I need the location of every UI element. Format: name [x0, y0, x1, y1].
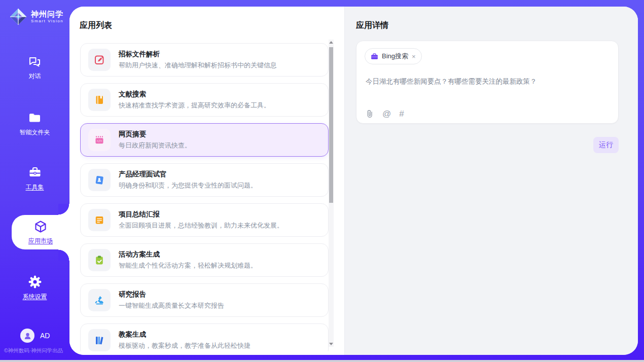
app-card-title: 招标文件解析	[119, 50, 277, 58]
icon-box	[88, 49, 111, 71]
gear-icon	[28, 275, 42, 289]
app-card-title: 教案生成	[119, 331, 251, 339]
close-icon[interactable]: ×	[412, 53, 416, 60]
icon-box	[88, 89, 111, 111]
app-card-lesson-plan[interactable]: 教案生成 模板驱动，教案秒成，教学准备从此轻松快捷	[80, 323, 329, 351]
tool-tag-bing-search[interactable]: Bing搜索 ×	[365, 48, 422, 64]
paperclip-icon[interactable]	[365, 109, 374, 118]
scroll-up-arrow-icon[interactable]	[329, 41, 333, 44]
sidebar-item-smart-folder[interactable]: 智能文件夹	[0, 111, 69, 137]
avatar	[20, 329, 34, 343]
microscope-icon	[94, 295, 105, 306]
resume-icon	[94, 174, 105, 186]
person-icon	[23, 332, 32, 340]
app-card-title: 网页摘要	[119, 130, 191, 138]
sidebar-item-label: 对话	[29, 72, 41, 81]
bottom-strip	[0, 360, 644, 362]
at-icon[interactable]: @	[382, 110, 391, 118]
app-card-title: 项目总结汇报	[119, 210, 283, 219]
prompt-card: Bing搜索 × 今日湖北有哪些新闻要点？有哪些需要关注的最新政策？ @ #	[356, 41, 619, 124]
app-card-desc: 全面回顾项目进展，总结经验教训，助力未来优化发展。	[119, 222, 283, 230]
sidebar-item-label: 工具集	[26, 183, 44, 192]
sidebar-item-label: 智能文件夹	[20, 128, 50, 137]
app-card-web-summary[interactable]: </> 网页摘要 每日政府新闻资讯快查。	[80, 123, 329, 157]
book-icon	[94, 94, 105, 105]
run-button[interactable]: 运行	[593, 137, 619, 153]
app-card-list: 招标文件解析 帮助用户快速、准确地理解和解析招标书中的关键信息 文献搜索	[80, 43, 329, 351]
app-card-title: 研究报告	[119, 291, 224, 299]
toolbox-icon	[28, 165, 42, 179]
svg-text:</>: </>	[97, 139, 102, 142]
app-card-pm-interviewer[interactable]: 产品经理面试官 明确身份和职责，为您提供专业性的面试问题。	[80, 163, 329, 197]
cube-icon	[33, 220, 48, 235]
bubble-fillet-top	[58, 204, 69, 215]
icon-box: </>	[88, 129, 111, 151]
books-icon	[94, 335, 105, 346]
hash-icon[interactable]: #	[399, 110, 404, 118]
edit-square-icon	[94, 54, 105, 65]
bubble-fillet-bottom	[58, 249, 69, 261]
icon-box	[88, 209, 111, 231]
chat-icon	[28, 55, 42, 68]
browser-code-icon: </>	[94, 134, 105, 146]
app-card-literature-search[interactable]: 文献搜索 快速精准查找学术资源，提高研究效率的必备工具。	[80, 83, 329, 117]
briefcase-icon	[371, 53, 378, 60]
app-card-desc: 一键智能生成高质量长文本研究报告	[119, 302, 224, 310]
folder-icon	[28, 111, 42, 125]
app-card-desc: 快速精准查找学术资源，提高研究效率的必备工具。	[119, 101, 270, 110]
app-card-desc: 帮助用户快速、准确地理解和解析招标书中的关键信息	[119, 61, 277, 69]
clipboard-check-icon	[94, 255, 105, 266]
icon-box	[88, 329, 111, 351]
sidebar-item-chat[interactable]: 对话	[0, 55, 69, 81]
sidebar: 神州问学 Smart Vision 对话 智能文件夹	[0, 0, 69, 360]
app-card-desc: 每日政府新闻资讯快查。	[119, 141, 191, 150]
app-card-desc: 智能生成个性化活动方案，轻松解决规划难题。	[119, 262, 257, 270]
user-account[interactable]: AD	[20, 329, 50, 343]
summary-doc-icon	[94, 214, 105, 226]
user-name: AD	[40, 332, 50, 340]
app-details-panel: 应用详情 Bing搜索 × 今日湖北有哪些新闻要点？有哪些需要关注的最新政策？	[345, 7, 638, 355]
sidebar-item-app-market[interactable]: 应用市场	[12, 215, 69, 249]
diamond-logo-icon	[9, 8, 27, 26]
tool-tag-label: Bing搜索	[382, 52, 408, 61]
attachment-toolbar: @ #	[365, 109, 404, 118]
app-frame: 神州问学 Smart Vision 对话 智能文件夹	[0, 0, 644, 360]
app-card-title: 文献搜索	[119, 90, 270, 98]
brand-name: 神州问学	[31, 10, 63, 18]
scroll-down-arrow-icon[interactable]	[329, 343, 333, 345]
app-card-research-report[interactable]: 研究报告 一键智能生成高质量长文本研究报告	[80, 283, 329, 317]
app-card-desc: 模板驱动，教案秒成，教学准备从此轻松快捷	[119, 342, 251, 350]
brand-subtitle: Smart Vision	[31, 19, 63, 23]
app-card-title: 产品经理面试官	[119, 170, 257, 178]
app-card-title: 活动方案生成	[119, 250, 257, 259]
scrollbar-thumb[interactable]	[329, 47, 333, 203]
brand-logo: 神州问学 Smart Vision	[9, 8, 63, 26]
app-card-desc: 明确身份和职责，为您提供专业性的面试问题。	[119, 182, 257, 190]
sidebar-item-label: 系统设置	[23, 293, 47, 301]
sidebar-item-settings[interactable]: 系统设置	[0, 275, 69, 301]
app-details-title: 应用详情	[356, 20, 388, 31]
app-card-project-summary[interactable]: 项目总结汇报 全面回顾项目进展，总结经验教训，助力未来优化发展。	[80, 203, 329, 237]
sidebar-item-toolbox[interactable]: 工具集	[0, 165, 69, 192]
prompt-text[interactable]: 今日湖北有哪些新闻要点？有哪些需要关注的最新政策？	[366, 77, 609, 87]
sidebar-item-label: 应用市场	[28, 237, 53, 245]
icon-box	[88, 289, 111, 311]
main-surface: 应用列表 招标文件解析 帮助用户快速、准确地理解和解析招标书中的关键信息	[69, 7, 638, 355]
app-list-title: 应用列表	[80, 20, 112, 31]
icon-box	[88, 249, 111, 271]
icon-box	[88, 169, 111, 191]
app-list-panel: 应用列表 招标文件解析 帮助用户快速、准确地理解和解析招标书中的关键信息	[69, 7, 345, 355]
app-list-scrollbar[interactable]	[329, 40, 334, 347]
app-card-event-plan[interactable]: 活动方案生成 智能生成个性化活动方案，轻松解决规划难题。	[80, 243, 329, 277]
app-card-bid-parse[interactable]: 招标文件解析 帮助用户快速、准确地理解和解析招标书中的关键信息	[80, 43, 329, 77]
copyright-footer: ©神州数码·神州问学出品	[4, 347, 63, 354]
